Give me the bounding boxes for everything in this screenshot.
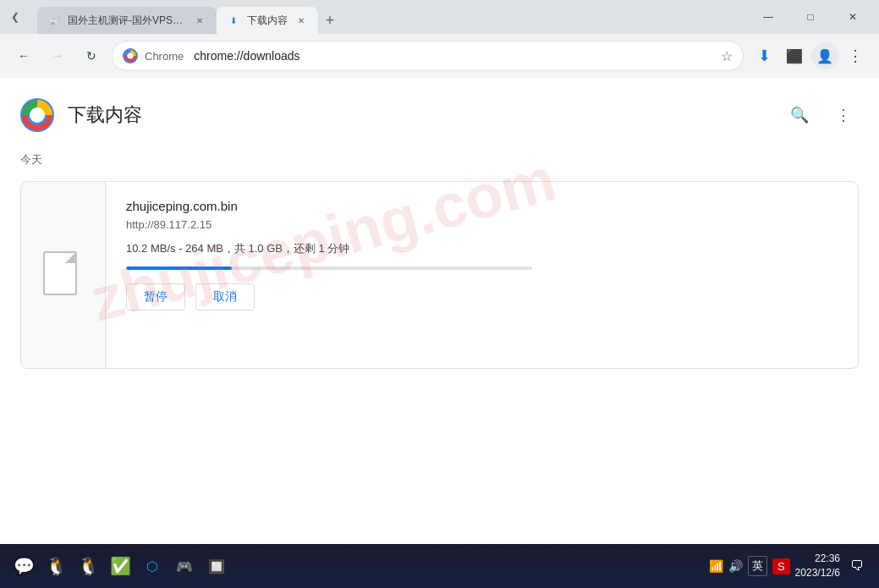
progress-bar-fill — [126, 267, 232, 270]
title-bar: ❮ 📰 国外主机测评-国外VPS，国... ✕ ⬇ 下载内容 ✕ + — □ ✕ — [0, 0, 879, 34]
download-info: zhujiceping.com.bin http://89.117.2.15 1… — [106, 182, 858, 368]
taskbar-icon-check[interactable]: ✅ — [107, 552, 134, 580]
downloads-header: 下载内容 🔍 ⋮ — [0, 78, 879, 146]
omnibox[interactable]: Chrome chrome://downloads ☆ — [112, 41, 744, 71]
toolbar-icons: ⬇ ⬛ 👤 ⋮ — [750, 42, 869, 69]
search-button[interactable]: 🔍 — [784, 100, 815, 130]
section-today-label: 今天 — [0, 146, 879, 174]
cancel-button[interactable]: 取消 — [195, 283, 255, 310]
window-controls: — □ ✕ — [742, 0, 879, 34]
maximize-button[interactable]: □ — [791, 3, 830, 30]
page-title: 下载内容 — [68, 102, 142, 128]
taskbar-date-text: 2023/12/6 — [795, 566, 840, 580]
download-icon-area — [21, 182, 106, 368]
notification-icon[interactable]: 🗨 — [845, 554, 869, 578]
tab-favicon-1: 📰 — [47, 14, 61, 27]
profile-icon[interactable]: 👤 — [811, 42, 838, 69]
tab-close-2[interactable]: ✕ — [294, 14, 308, 27]
download-actions: 暂停 取消 — [126, 283, 838, 310]
taskbar-volume-icon[interactable]: 🔊 — [728, 559, 743, 573]
back-button[interactable]: ← — [10, 42, 37, 69]
close-button[interactable]: ✕ — [833, 3, 872, 30]
taskbar: 💬 🐧 🐧 ✅ ⬡ 🎮 🔲 📶 🔊 英 S 22:36 2023/12/6 🗨 — [0, 544, 879, 588]
taskbar-app-icons: 💬 🐧 🐧 ✅ ⬡ 🎮 🔲 — [10, 552, 702, 580]
chrome-label: Chrome — [145, 50, 184, 63]
chrome-logo-large — [20, 98, 54, 132]
bookmark-star-icon[interactable]: ☆ — [721, 48, 733, 64]
navbar: ← → ↻ Chrome chrome://downloads ☆ ⬇ ⬛ 👤 … — [0, 34, 879, 78]
taskbar-icon-qq1[interactable]: 🐧 — [42, 552, 69, 580]
url-text: chrome://downloads — [194, 49, 714, 63]
taskbar-status-icons: 📶 🔊 英 S 22:36 2023/12/6 🗨 — [709, 552, 869, 580]
new-tab-button[interactable]: + — [318, 8, 342, 32]
window-back-chevron[interactable]: ❮ — [5, 7, 25, 27]
download-url: http://89.117.2.15 — [126, 218, 838, 231]
taskbar-icon-display[interactable]: 🔲 — [203, 552, 230, 580]
taskbar-icon-nvidia[interactable]: 🎮 — [171, 552, 198, 580]
download-card: zhujiceping.com.bin http://89.117.2.15 1… — [20, 181, 859, 369]
tab-active-2[interactable]: ⬇ 下载内容 ✕ — [217, 7, 318, 34]
forward-button[interactable]: → — [44, 42, 71, 69]
tab-label-2: 下载内容 — [247, 14, 288, 28]
file-icon — [43, 251, 84, 299]
taskbar-wifi-icon[interactable]: 📶 — [709, 559, 723, 573]
minimize-button[interactable]: — — [749, 3, 788, 30]
taskbar-lang-label[interactable]: 英 — [748, 556, 767, 576]
tab-strip: 📰 国外主机测评-国外VPS，国... ✕ ⬇ 下载内容 ✕ + — [30, 0, 742, 34]
progress-bar-background — [126, 267, 532, 270]
tab-close-1[interactable]: ✕ — [193, 14, 206, 27]
svg-point-1 — [127, 52, 133, 58]
taskbar-icon-bluetooth[interactable]: ⬡ — [139, 552, 166, 580]
pause-button[interactable]: 暂停 — [126, 283, 185, 310]
download-filename: zhujiceping.com.bin — [126, 199, 838, 213]
extensions-icon[interactable]: ⬛ — [781, 42, 808, 69]
downloads-icon[interactable]: ⬇ — [750, 42, 777, 69]
chrome-logo — [123, 48, 138, 63]
taskbar-icon-qq2[interactable]: 🐧 — [74, 552, 102, 580]
tab-favicon-2: ⬇ — [227, 14, 240, 27]
download-status: 10.2 MB/s - 264 MB，共 1.0 GB，还剩 1 分钟 — [126, 241, 838, 256]
more-menu-button[interactable]: ⋮ — [828, 100, 859, 130]
tab-label-1: 国外主机测评-国外VPS，国... — [68, 14, 186, 28]
taskbar-icon-wechat[interactable]: 💬 — [10, 552, 37, 580]
menu-icon[interactable]: ⋮ — [842, 42, 869, 69]
tab-inactive-1[interactable]: 📰 国外主机测评-国外VPS，国... ✕ — [37, 7, 217, 34]
svg-point-3 — [30, 107, 45, 123]
reload-button[interactable]: ↻ — [78, 42, 105, 69]
taskbar-datetime: 22:36 2023/12/6 — [795, 552, 840, 580]
page-content: zhujiceping.com 下载内容 🔍 ⋮ 今天 zhujicepin — [0, 78, 879, 544]
taskbar-time-text: 22:36 — [795, 552, 840, 566]
taskbar-input-icon[interactable]: S — [772, 558, 790, 574]
